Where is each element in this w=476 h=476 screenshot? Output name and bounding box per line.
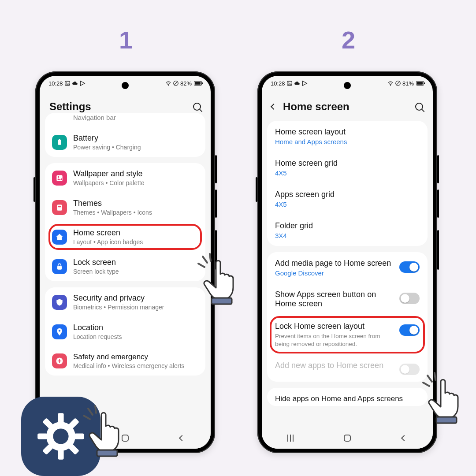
row-home-layout[interactable]: Home screen layout Home and Apps screens <box>267 121 428 152</box>
location-icon <box>52 324 67 339</box>
svg-rect-7 <box>59 139 60 140</box>
toggle-apps-button[interactable] <box>399 293 420 304</box>
settings-row-lock-screen[interactable]: Lock screen Screen lock type <box>45 252 205 281</box>
row-lock-layout[interactable]: Lock Home screen layout Prevent items on… <box>267 315 428 354</box>
row-title: Home screen <box>73 228 198 238</box>
row-media-page[interactable]: Add media page to Home screen Google Dis… <box>267 252 428 283</box>
search-icon[interactable] <box>415 103 423 111</box>
svg-rect-11 <box>58 206 61 207</box>
row-title: Apps screen grid <box>275 190 420 199</box>
row-title: Add new apps to Home screen <box>275 361 393 370</box>
row-title: Hide apps on Home and Apps screens <box>275 394 420 403</box>
row-subtitle: Layout • App icon badges <box>73 238 198 245</box>
home-options-group: Add media page to Home screen Google Dis… <box>267 252 428 382</box>
svg-line-4 <box>174 82 178 85</box>
toggle-media-page[interactable] <box>399 261 420 273</box>
block-icon <box>395 80 401 86</box>
gear-icon <box>37 412 85 461</box>
svg-rect-12 <box>57 266 62 269</box>
row-title: Navigation bar <box>73 114 198 121</box>
row-apps-grid[interactable]: Apps screen grid 4X5 <box>267 183 428 215</box>
settings-app-icon[interactable] <box>21 397 100 476</box>
step-2-label: 2 <box>342 26 355 54</box>
settings-row-safety[interactable]: Safety and emergency Medical info • Wire… <box>45 346 205 376</box>
page-header: Home screen <box>262 91 433 121</box>
nav-home[interactable] <box>112 435 138 442</box>
svg-point-9 <box>58 176 59 177</box>
nav-back[interactable] <box>391 436 417 440</box>
image-icon <box>286 80 293 86</box>
row-title: Wallpaper and style <box>73 169 198 178</box>
battery-settings-icon <box>52 135 67 150</box>
svg-rect-6 <box>58 140 61 145</box>
settings-row-security[interactable]: Security and privacy Biometrics • Permis… <box>45 287 205 317</box>
home-icon <box>52 230 67 245</box>
wallpaper-icon <box>52 171 67 186</box>
row-subtitle: Wallpapers • Color palette <box>73 179 198 186</box>
camera-notch <box>122 82 129 89</box>
toggle-add-new-apps[interactable] <box>399 364 420 375</box>
settings-row-navigation-bar[interactable]: Navigation bar <box>45 113 205 127</box>
svg-point-18 <box>288 82 289 83</box>
nav-back[interactable] <box>169 436 195 440</box>
lock-icon <box>52 259 67 274</box>
battery-icon <box>416 81 424 86</box>
row-apps-button[interactable]: Show Apps screen button on Home screen <box>267 283 428 315</box>
svg-point-13 <box>59 330 60 331</box>
settings-row-battery[interactable]: Battery Power saving • Charging <box>45 127 205 157</box>
themes-icon <box>52 200 67 215</box>
back-icon[interactable] <box>271 104 277 110</box>
settings-group-display-tail: Navigation bar Battery Power saving • Ch… <box>45 113 205 157</box>
svg-rect-24 <box>58 450 63 460</box>
row-subtitle: Medical info • Wireless emergency alerts <box>73 362 198 369</box>
settings-row-wallpaper[interactable]: Wallpaper and style Wallpapers • Color p… <box>45 163 205 193</box>
svg-point-2 <box>168 85 169 86</box>
svg-line-21 <box>396 82 400 85</box>
settings-group-security: Security and privacy Biometrics • Permis… <box>45 287 205 376</box>
search-icon[interactable] <box>193 103 201 111</box>
nav-recent[interactable] <box>277 435 304 442</box>
row-subtitle: Location requests <box>73 333 198 340</box>
row-title: Lock screen <box>73 258 198 267</box>
row-value: 4X5 <box>275 169 420 177</box>
home-hide-group: Hide apps on Home and Apps screens <box>267 388 428 406</box>
row-subtitle: Power saving • Charging <box>73 144 198 151</box>
row-value: Google Discover <box>275 269 393 277</box>
row-hide-apps[interactable]: Hide apps on Home and Apps screens <box>267 388 428 406</box>
home-grid-group: Home screen layout Home and Apps screens… <box>267 121 428 246</box>
svg-rect-10 <box>57 205 62 210</box>
row-title: Security and privacy <box>73 294 198 303</box>
row-title: Add media page to Home screen <box>275 259 393 268</box>
nav-bar <box>262 428 433 449</box>
row-title: Battery <box>73 134 198 143</box>
play-icon <box>301 80 308 86</box>
settings-row-home-screen[interactable]: Home screen Layout • App icon badges <box>45 222 205 252</box>
row-title: Folder grid <box>275 221 420 231</box>
step-1-label: 1 <box>119 26 133 54</box>
nav-home[interactable] <box>334 435 361 442</box>
svg-point-31 <box>53 428 68 444</box>
toggle-lock-layout[interactable] <box>399 324 420 336</box>
wifi-icon <box>165 80 171 86</box>
status-time: 10:28 <box>271 80 285 87</box>
row-description: Prevent items on the Home screen from be… <box>275 332 393 348</box>
cloud-icon <box>72 80 78 86</box>
row-title: Show Apps screen button on Home screen <box>275 290 393 309</box>
page-title: Home screen <box>283 100 350 113</box>
settings-row-themes[interactable]: Themes Themes • Wallpapers • Icons <box>45 193 205 222</box>
page-title: Settings <box>49 100 91 113</box>
phone-frame-1: 10:28 82% <box>35 71 215 453</box>
row-add-new-apps[interactable]: Add new apps to Home screen <box>267 354 428 382</box>
battery-icon <box>194 81 202 86</box>
svg-rect-23 <box>58 413 63 423</box>
row-subtitle: Biometrics • Permission manager <box>73 304 198 311</box>
row-title: Location <box>73 323 198 332</box>
row-home-grid[interactable]: Home screen grid 4X5 <box>267 152 428 183</box>
cloud-icon <box>294 80 300 86</box>
settings-row-location[interactable]: Location Location requests <box>45 317 205 346</box>
block-icon <box>173 80 179 86</box>
row-subtitle: Screen lock type <box>73 268 198 275</box>
play-icon <box>79 80 86 86</box>
row-folder-grid[interactable]: Folder grid 3X4 <box>267 215 428 246</box>
svg-rect-26 <box>74 433 84 439</box>
